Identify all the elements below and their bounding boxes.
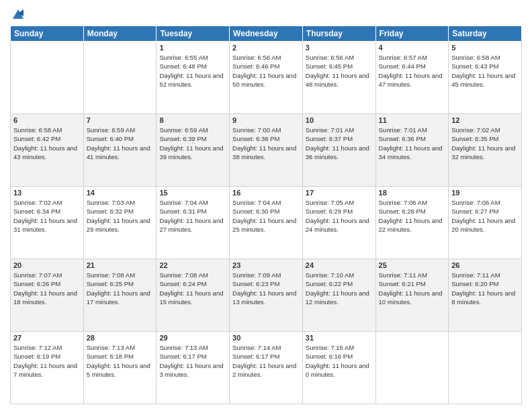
calendar-day-cell: 24Sunrise: 7:10 AMSunset: 6:22 PMDayligh… xyxy=(302,259,375,332)
daylight-text: Daylight: 11 hours and 45 minutes. xyxy=(451,72,515,88)
day-number: 15 xyxy=(159,189,226,197)
daylight-text: Daylight: 11 hours and 13 minutes. xyxy=(232,289,296,306)
sunset-text: Sunset: 6:32 PM xyxy=(87,208,134,215)
daylight-text: Daylight: 11 hours and 47 minutes. xyxy=(379,72,443,88)
day-info: Sunrise: 7:11 AMSunset: 6:20 PMDaylight:… xyxy=(451,271,519,306)
calendar-day-cell: 2Sunrise: 6:56 AMSunset: 6:46 PMDaylight… xyxy=(230,42,303,114)
sunset-text: Sunset: 6:35 PM xyxy=(451,135,498,142)
day-header-wednesday: Wednesday xyxy=(230,26,303,42)
sunset-text: Sunset: 6:23 PM xyxy=(232,280,279,287)
sunrise-text: Sunrise: 7:04 AM xyxy=(159,199,208,206)
daylight-text: Daylight: 11 hours and 12 minutes. xyxy=(306,289,369,306)
calendar-week-4: 27Sunrise: 7:12 AMSunset: 6:19 PMDayligh… xyxy=(11,332,522,404)
day-header-saturday: Saturday xyxy=(449,26,522,42)
day-info: Sunrise: 6:57 AMSunset: 6:44 PMDaylight:… xyxy=(379,53,446,89)
daylight-text: Daylight: 11 hours and 22 minutes. xyxy=(379,217,443,233)
sunrise-text: Sunrise: 6:59 AM xyxy=(87,126,135,134)
logo xyxy=(10,7,25,20)
day-number: 30 xyxy=(232,334,300,342)
day-number: 22 xyxy=(159,261,226,269)
day-info: Sunrise: 6:56 AMSunset: 6:46 PMDaylight:… xyxy=(232,53,300,89)
sunrise-text: Sunrise: 6:56 AM xyxy=(306,54,354,61)
calendar-day-cell: 16Sunrise: 7:04 AMSunset: 6:30 PMDayligh… xyxy=(230,187,303,259)
sunrise-text: Sunrise: 7:05 AM xyxy=(306,199,354,206)
day-number: 31 xyxy=(306,334,373,342)
daylight-text: Daylight: 11 hours and 0 minutes. xyxy=(306,362,369,378)
day-info: Sunrise: 7:05 AMSunset: 6:29 PMDaylight:… xyxy=(306,198,373,234)
daylight-text: Daylight: 11 hours and 41 minutes. xyxy=(87,144,150,161)
day-number: 6 xyxy=(13,116,81,124)
calendar-day-cell: 4Sunrise: 6:57 AMSunset: 6:44 PMDaylight… xyxy=(375,42,449,114)
sunrise-text: Sunrise: 7:02 AM xyxy=(451,126,500,134)
calendar-day-cell: 9Sunrise: 7:00 AMSunset: 6:38 PMDaylight… xyxy=(230,114,303,187)
day-number: 1 xyxy=(159,44,226,52)
day-info: Sunrise: 7:00 AMSunset: 6:38 PMDaylight:… xyxy=(232,126,300,161)
calendar-day-cell: 20Sunrise: 7:07 AMSunset: 6:26 PMDayligh… xyxy=(11,259,84,332)
day-info: Sunrise: 7:11 AMSunset: 6:21 PMDaylight:… xyxy=(379,271,446,306)
calendar-week-2: 13Sunrise: 7:02 AMSunset: 6:34 PMDayligh… xyxy=(11,187,522,259)
calendar-day-cell: 23Sunrise: 7:09 AMSunset: 6:23 PMDayligh… xyxy=(230,259,303,332)
sunrise-text: Sunrise: 7:00 AM xyxy=(232,126,281,134)
calendar-week-1: 6Sunrise: 6:58 AMSunset: 6:42 PMDaylight… xyxy=(11,114,522,187)
calendar-day-cell xyxy=(83,42,157,114)
calendar-header-row: SundayMondayTuesdayWednesdayThursdayFrid… xyxy=(11,26,522,42)
calendar-day-cell: 19Sunrise: 7:06 AMSunset: 6:27 PMDayligh… xyxy=(449,187,522,259)
day-info: Sunrise: 6:55 AMSunset: 6:48 PMDaylight:… xyxy=(159,53,226,89)
sunset-text: Sunset: 6:38 PM xyxy=(232,135,279,142)
day-info: Sunrise: 7:06 AMSunset: 6:27 PMDaylight:… xyxy=(451,198,519,234)
daylight-text: Daylight: 11 hours and 20 minutes. xyxy=(451,217,515,233)
day-number: 8 xyxy=(159,116,226,124)
sunrise-text: Sunrise: 6:58 AM xyxy=(13,126,62,134)
sunset-text: Sunset: 6:34 PM xyxy=(13,208,60,215)
sunset-text: Sunset: 6:36 PM xyxy=(379,135,426,142)
calendar-day-cell: 27Sunrise: 7:12 AMSunset: 6:19 PMDayligh… xyxy=(11,332,84,404)
sunrise-text: Sunrise: 7:03 AM xyxy=(87,199,135,206)
day-number: 19 xyxy=(451,189,519,197)
day-info: Sunrise: 7:15 AMSunset: 6:16 PMDaylight:… xyxy=(306,343,373,379)
day-info: Sunrise: 7:04 AMSunset: 6:31 PMDaylight:… xyxy=(159,198,226,234)
calendar-day-cell: 17Sunrise: 7:05 AMSunset: 6:29 PMDayligh… xyxy=(302,187,375,259)
daylight-text: Daylight: 11 hours and 50 minutes. xyxy=(232,72,296,88)
calendar-day-cell: 30Sunrise: 7:14 AMSunset: 6:17 PMDayligh… xyxy=(230,332,303,404)
daylight-text: Daylight: 11 hours and 18 minutes. xyxy=(13,289,77,306)
day-header-tuesday: Tuesday xyxy=(157,26,230,42)
calendar-day-cell: 14Sunrise: 7:03 AMSunset: 6:32 PMDayligh… xyxy=(83,187,157,259)
sunset-text: Sunset: 6:40 PM xyxy=(87,135,134,142)
daylight-text: Daylight: 11 hours and 7 minutes. xyxy=(13,362,77,378)
sunset-text: Sunset: 6:19 PM xyxy=(13,353,60,360)
day-number: 27 xyxy=(13,334,81,342)
day-info: Sunrise: 6:58 AMSunset: 6:42 PMDaylight:… xyxy=(13,126,81,161)
calendar-day-cell: 26Sunrise: 7:11 AMSunset: 6:20 PMDayligh… xyxy=(449,259,522,332)
daylight-text: Daylight: 11 hours and 39 minutes. xyxy=(159,144,223,161)
day-number: 5 xyxy=(451,44,519,52)
day-header-sunday: Sunday xyxy=(11,26,84,42)
daylight-text: Daylight: 11 hours and 34 minutes. xyxy=(379,144,443,161)
sunrise-text: Sunrise: 6:55 AM xyxy=(159,54,208,61)
calendar-day-cell: 3Sunrise: 6:56 AMSunset: 6:45 PMDaylight… xyxy=(302,42,375,114)
daylight-text: Daylight: 11 hours and 31 minutes. xyxy=(13,217,77,233)
sunrise-text: Sunrise: 7:08 AM xyxy=(159,271,208,279)
sunrise-text: Sunrise: 7:01 AM xyxy=(306,126,354,134)
day-info: Sunrise: 7:12 AMSunset: 6:19 PMDaylight:… xyxy=(13,343,81,379)
day-number: 16 xyxy=(232,189,300,197)
daylight-text: Daylight: 11 hours and 17 minutes. xyxy=(87,289,150,306)
day-number: 12 xyxy=(451,116,519,124)
daylight-text: Daylight: 11 hours and 24 minutes. xyxy=(306,217,369,233)
sunrise-text: Sunrise: 6:56 AM xyxy=(232,54,281,61)
day-number: 11 xyxy=(379,116,446,124)
daylight-text: Daylight: 11 hours and 27 minutes. xyxy=(159,217,223,233)
day-info: Sunrise: 6:59 AMSunset: 6:40 PMDaylight:… xyxy=(87,126,154,161)
sunrise-text: Sunrise: 7:07 AM xyxy=(13,271,62,279)
calendar-day-cell: 12Sunrise: 7:02 AMSunset: 6:35 PMDayligh… xyxy=(449,114,522,187)
day-info: Sunrise: 6:59 AMSunset: 6:39 PMDaylight:… xyxy=(159,126,226,161)
calendar-day-cell: 18Sunrise: 7:06 AMSunset: 6:28 PMDayligh… xyxy=(375,187,449,259)
day-info: Sunrise: 7:14 AMSunset: 6:17 PMDaylight:… xyxy=(232,343,300,379)
sunset-text: Sunset: 6:44 PM xyxy=(379,62,426,70)
day-number: 25 xyxy=(379,261,446,269)
daylight-text: Daylight: 11 hours and 15 minutes. xyxy=(159,289,223,306)
day-info: Sunrise: 7:10 AMSunset: 6:22 PMDaylight:… xyxy=(306,271,373,306)
sunset-text: Sunset: 6:16 PM xyxy=(306,353,353,360)
day-number: 10 xyxy=(306,116,373,124)
day-number: 28 xyxy=(87,334,154,342)
daylight-text: Daylight: 11 hours and 38 minutes. xyxy=(232,144,296,161)
